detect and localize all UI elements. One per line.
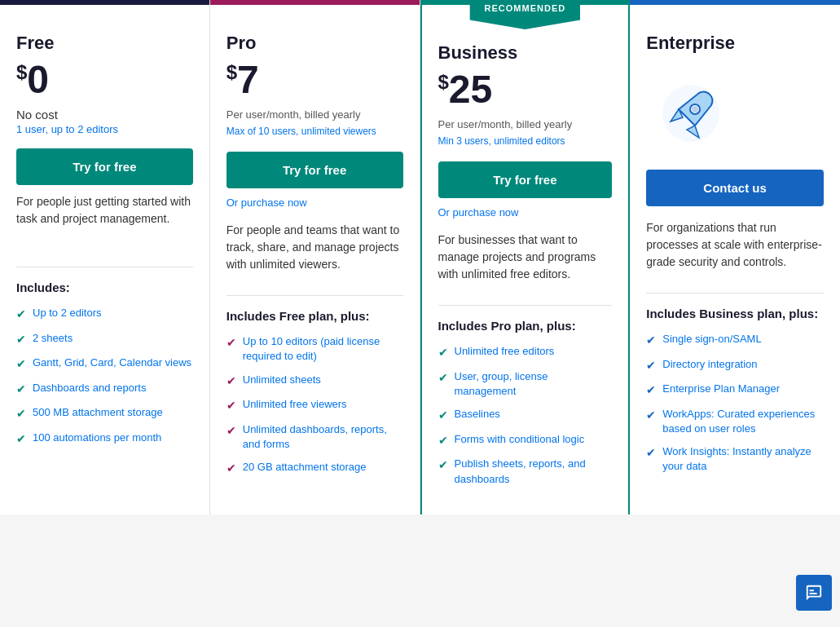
plan-billing-free: No cost [16,108,193,121]
price-symbol-free: $ [16,61,27,83]
check-icon-free-1: ✔ [16,332,26,348]
check-icon-biz-4: ✔ [438,457,448,474]
check-icon-free-4: ✔ [16,406,26,422]
feature-ent-2: ✔Enterprise Plan Manager [646,382,824,399]
plan-note-business: Min 3 users, unlimited editors [438,135,613,148]
plan-desc-free: For people just getting started with tas… [16,193,193,250]
check-icon-pro-0: ✔ [226,335,236,351]
purchase-business-link[interactable]: Or purchase now [438,206,613,219]
feature-biz-0: ✔Unlimited free editors [438,344,613,361]
check-icon-free-2: ✔ [16,356,26,373]
plan-desc-pro: For people and teams that want to track,… [226,222,403,279]
feature-pro-2: ✔Unlimited free viewers [226,397,403,414]
plan-price-free: $0 [16,60,193,99]
plan-billing-business: Per user/month, billed yearly [438,117,613,132]
plan-name-pro: Pro [226,33,403,54]
feature-ent-0: ✔Single sign-on/SAML [646,332,824,349]
plan-enterprise: Enterprise Contact us For organizations … [630,0,840,514]
feature-biz-3: ✔Forms with conditional logic [438,432,613,449]
feature-ent-3: ✔WorkApps: Curated experiences based on … [646,407,824,436]
plan-name-enterprise: Enterprise [646,33,824,54]
check-icon-pro-4: ✔ [226,461,236,477]
recommended-badge: RECOMMENDED [470,0,581,29]
check-icon-ent-0: ✔ [646,333,656,349]
check-icon-free-5: ✔ [16,431,26,448]
feature-free-4: ✔500 MB attachment storage [16,405,193,422]
rocket-illustration [654,77,728,150]
check-icon-pro-2: ✔ [226,398,236,414]
check-icon-free-0: ✔ [16,307,26,323]
feature-biz-2: ✔Baselines [438,407,613,424]
check-icon-pro-3: ✔ [226,423,236,439]
plan-pro: Pro $7 Per user/month, billed yearly Max… [210,0,420,514]
check-icon-ent-1: ✔ [646,358,656,374]
plan-billing-pro: Per user/month, billed yearly [226,108,403,122]
contact-enterprise-button[interactable]: Contact us [646,170,824,206]
check-icon-biz-1: ✔ [438,370,448,386]
feature-list-free: ✔Up to 2 editors ✔2 sheets ✔Gantt, Grid,… [16,306,193,448]
includes-title-free: Includes: [16,280,193,294]
check-icon-ent-4: ✔ [646,445,656,461]
feature-pro-1: ✔Unlimited sheets [226,373,403,390]
feature-pro-3: ✔Unlimited dashboards, reports, and form… [226,422,403,452]
plan-top-bar-enterprise [630,0,840,5]
plan-name-business: Business [438,42,613,64]
feature-free-0: ✔Up to 2 editors [16,306,193,323]
check-icon-biz-3: ✔ [438,433,448,449]
plan-top-bar-free [0,0,209,5]
feature-free-2: ✔Gantt, Grid, Card, Calendar views [16,355,193,373]
check-icon-biz-0: ✔ [438,345,448,361]
try-pro-button[interactable]: Try for free [226,152,403,188]
feature-list-enterprise: ✔Single sign-on/SAML ✔Directory integrat… [646,332,824,475]
plan-note-free: 1 user, up to 2 editors [16,123,193,135]
plan-price-business: $25 [438,70,613,109]
plan-business: RECOMMENDED Business $25 Per user/month,… [420,0,631,514]
feature-list-business: ✔Unlimited free editors ✔User, group, li… [438,344,613,487]
feature-free-3: ✔Dashboards and reports [16,381,193,398]
feature-biz-1: ✔User, group, license management [438,369,613,399]
divider-enterprise [646,293,824,294]
price-symbol-pro: $ [226,61,237,83]
divider-free [16,267,193,267]
plan-desc-business: For businesses that want to manage proje… [438,232,613,289]
divider-business [438,305,613,306]
svg-point-2 [692,106,698,113]
check-icon-biz-2: ✔ [438,408,448,424]
plan-desc-enterprise: For organizations that run processes at … [646,219,824,276]
plan-note-pro: Max of 10 users, unlimited viewers [226,126,403,139]
feature-list-pro: ✔Up to 10 editors (paid license required… [226,334,403,477]
check-icon-pro-1: ✔ [226,373,236,390]
check-icon-ent-3: ✔ [646,408,656,424]
feature-ent-4: ✔Work Insights: Instantly analyze your d… [646,444,824,474]
try-free-button[interactable]: Try for free [16,148,193,185]
feature-free-5: ✔100 automations per month [16,431,193,448]
feature-pro-4: ✔20 GB attachment storage [226,460,403,477]
check-icon-ent-2: ✔ [646,382,656,399]
includes-title-pro: Includes Free plan, plus: [226,309,403,323]
plan-price-pro: $7 [226,60,403,99]
feature-ent-1: ✔Directory integration [646,357,824,374]
feature-free-1: ✔2 sheets [16,331,193,348]
includes-title-business: Includes Pro plan, plus: [438,319,613,333]
plan-name-free: Free [16,33,193,54]
price-symbol-business: $ [438,71,449,93]
try-business-button[interactable]: Try for free [438,161,613,198]
pricing-grid: Free $0 No cost 1 user, up to 2 editors … [0,0,840,514]
plan-free: Free $0 No cost 1 user, up to 2 editors … [0,0,210,514]
feature-pro-0: ✔Up to 10 editors (paid license required… [226,334,403,364]
check-icon-free-3: ✔ [16,382,26,398]
includes-title-enterprise: Includes Business plan, plus: [646,307,824,320]
feature-biz-4: ✔Publish sheets, reports, and dashboards [438,457,613,486]
purchase-pro-link[interactable]: Or purchase now [226,196,403,209]
plan-top-bar-pro [210,0,420,5]
divider-pro [226,295,403,296]
